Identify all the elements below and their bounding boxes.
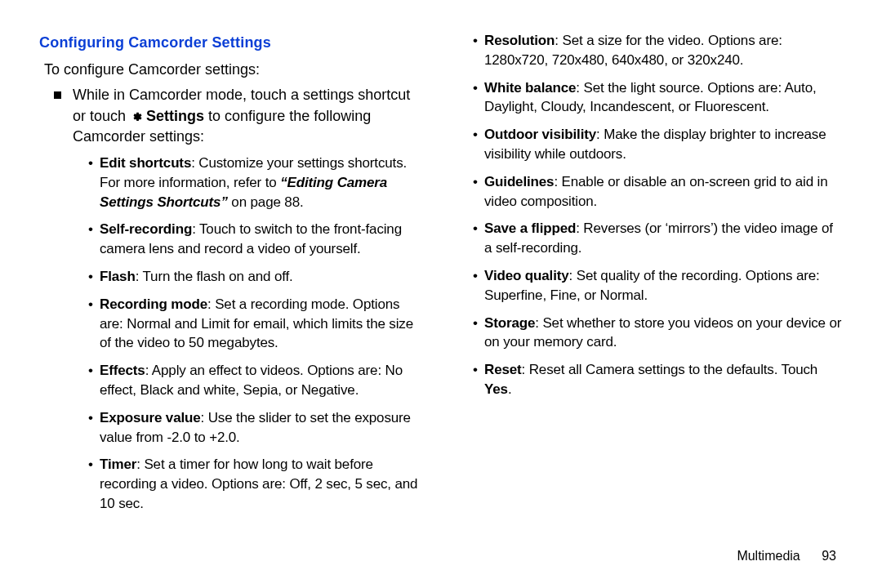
instruction-text: While in Camcorder mode, touch a setting… [73,85,422,147]
intro-text: To configure Camcorder settings: [44,60,422,80]
item-term: Flash [100,269,136,284]
item-term: Storage [484,315,535,331]
list-item: Video quality: Set quality of the record… [473,266,843,305]
item-term-inline: Yes [484,381,508,397]
settings-label: Settings [146,108,204,124]
item-term: Edit shortcuts [100,155,191,171]
section-heading: Configuring Camcorder Settings [39,33,422,53]
item-term: Recording mode [100,296,207,312]
item-desc: : Apply an effect to videos. Options are… [100,363,403,398]
item-term: Effects [100,363,145,378]
item-term: Reset [484,362,522,377]
square-bullet-icon [54,91,61,99]
item-term: White balance [484,80,576,96]
list-item: Outdoor visibility: Make the display bri… [473,125,843,164]
item-term: Timer [100,457,136,472]
item-desc: : Turn the flash on and off. [136,269,293,284]
list-item: Storage: Set whether to store you videos… [473,314,843,353]
item-desc: : Set whether to store you videos on you… [484,315,841,350]
right-column: Resolution: Set a size for the video. Op… [460,29,843,588]
list-item: Resolution: Set a size for the video. Op… [473,31,843,70]
page-footer: Multimedia 93 [737,547,836,565]
list-item: Guidelines: Enable or disable an on-scre… [473,172,843,212]
item-desc-tail: . [508,381,512,397]
item-desc: : Reset all Camera settings to the defau… [522,362,818,377]
list-item: Timer: Set a timer for how long to wait … [88,455,422,513]
list-item: Recording mode: Set a recording mode. Op… [88,295,422,353]
item-term: Exposure value [100,410,201,425]
instruction-row: While in Camcorder mode, touch a setting… [54,85,422,147]
list-item: Exposure value: Use the slider to set th… [88,408,422,448]
item-term: Save a flipped [484,220,576,236]
gear-icon [130,110,142,122]
manual-page: Configuring Camcorder Settings To config… [0,0,882,588]
list-item: Edit shortcuts: Customize your settings … [88,154,422,212]
list-item: Self-recording: Touch to switch to the f… [88,220,422,259]
item-term: Video quality [484,268,569,283]
settings-list-left: Edit shortcuts: Customize your settings … [88,154,422,514]
item-term: Resolution [484,33,555,48]
settings-list-right: Resolution: Set a size for the video. Op… [473,31,843,399]
list-item: Reset: Reset all Camera settings to the … [473,360,843,399]
footer-section: Multimedia [737,549,800,563]
list-item: Save a flipped: Reverses (or ‘mirrors’) … [473,219,843,258]
item-desc: : Set a timer for how long to wait befor… [100,457,417,511]
item-desc-tail: on page 88. [231,194,303,210]
left-column: Configuring Camcorder Settings To config… [39,29,422,588]
footer-page-number: 93 [822,549,836,563]
list-item: Flash: Turn the flash on and off. [88,267,422,287]
list-item: White balance: Set the light source. Opt… [473,78,843,118]
item-term: Outdoor visibility [484,127,596,142]
list-item: Effects: Apply an effect to videos. Opti… [88,361,422,400]
item-term: Self-recording [100,221,192,237]
item-term: Guidelines [484,174,554,189]
